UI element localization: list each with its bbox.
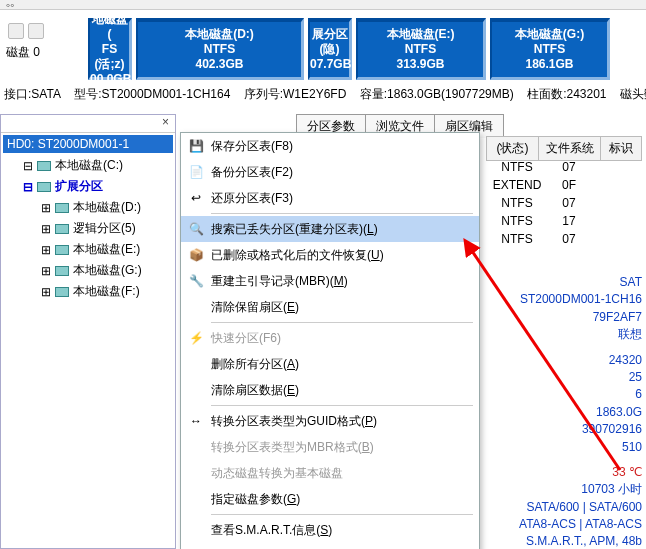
- volume-tile[interactable]: 地磁盘(FS (活;z)00.0GB: [88, 18, 132, 80]
- cell-fs: NTFS: [486, 230, 548, 248]
- expander-icon[interactable]: ⊞: [41, 222, 51, 236]
- table-row[interactable]: NTFS07: [486, 194, 642, 212]
- volume-strip: 地磁盘(FS (活;z)00.0GB本地磁盘(D:)NTFS402.3GB展分区…: [88, 18, 646, 80]
- table-row[interactable]: NTFS07: [486, 158, 642, 176]
- cell-id: 0F: [548, 176, 590, 194]
- menu-item[interactable]: ↩还原分区表(F3): [181, 185, 479, 211]
- menu-item: ⚡快速分区(F6): [181, 325, 479, 351]
- table-row[interactable]: NTFS17: [486, 212, 642, 230]
- volume-tile[interactable]: 本地磁盘(E:)NTFS313.9GB: [356, 18, 486, 80]
- volume-tile[interactable]: 本地磁盘(D:)NTFS402.3GB: [136, 18, 304, 80]
- tree-label: 本地磁盘(C:): [55, 157, 123, 174]
- tree-label: 本地磁盘(G:): [73, 262, 142, 279]
- info-a3: 79F2AF7: [482, 309, 642, 326]
- context-menu: 💾保存分区表(F8)📄备份分区表(F2)↩还原分区表(F3)🔍搜索已丢失分区(重…: [180, 132, 480, 549]
- menu-icon: 📦: [181, 248, 211, 262]
- menu-item[interactable]: 🔧重建主引导记录(MBR)(M): [181, 268, 479, 294]
- table-row[interactable]: NTFS07: [486, 230, 642, 248]
- menu-item[interactable]: 📦已删除或格式化后的文件恢复(U): [181, 242, 479, 268]
- tree-root[interactable]: HD0: ST2000DM001-1: [3, 135, 173, 153]
- expander-icon[interactable]: ⊟: [23, 180, 33, 194]
- menu-item: 转换分区表类型为MBR格式(B): [181, 434, 479, 460]
- info-cyl: 柱面数:243201: [527, 87, 606, 101]
- disk-icon: [55, 287, 69, 297]
- menu-label: 清除保留扇区(E): [211, 299, 299, 316]
- menu-item[interactable]: 清除保留扇区(E): [181, 294, 479, 320]
- close-tab-icon[interactable]: ×: [1, 115, 175, 133]
- disk-icon: [55, 266, 69, 276]
- menu-item[interactable]: ↔转换分区表类型为GUID格式(P): [181, 408, 479, 434]
- cell-id: 17: [548, 212, 590, 230]
- tree-label: 本地磁盘(D:): [73, 199, 141, 216]
- menu-icon: 🔧: [181, 274, 211, 288]
- table-row[interactable]: EXTEND0F: [486, 176, 642, 194]
- menu-icon: 💾: [181, 139, 211, 153]
- tree-label: 扩展分区: [55, 178, 103, 195]
- tree-label: 逻辑分区(5): [73, 220, 136, 237]
- expander-icon[interactable]: ⊞: [41, 243, 51, 257]
- menu-item[interactable]: ✖坏道检测与修复(Y): [181, 543, 479, 549]
- menu-icon: ↩: [181, 191, 211, 205]
- tree-label: 本地磁盘(F:): [73, 283, 140, 300]
- disk-info-bar: 接口:SATA 型号:ST2000DM001-1CH164 序列号:W1E2Y6…: [4, 86, 646, 104]
- menu-item[interactable]: 清除扇区数据(E): [181, 377, 479, 403]
- disk-label: 磁盘 0: [0, 44, 88, 68]
- menu-label: 清除扇区数据(E): [211, 382, 299, 399]
- expander-icon[interactable]: ⊞: [41, 201, 51, 215]
- menu-label: 指定磁盘参数(G): [211, 491, 300, 508]
- expander-icon[interactable]: ⊞: [41, 285, 51, 299]
- menu-label: 还原分区表(F3): [211, 190, 293, 207]
- menu-label: 备份分区表(F2): [211, 164, 293, 181]
- info-a4: 联想: [482, 326, 642, 343]
- tree-node[interactable]: ⊞本地磁盘(E:): [1, 239, 175, 260]
- cell-id: 07: [548, 230, 590, 248]
- menu-item[interactable]: 🔍搜索已丢失分区(重建分区表)(L): [181, 216, 479, 242]
- menu-item[interactable]: 💾保存分区表(F8): [181, 133, 479, 159]
- info-a1: SAT: [482, 274, 642, 291]
- tree-node[interactable]: ⊞本地磁盘(F:): [1, 281, 175, 302]
- info-serial: 序列号:W1E2Y6FD: [244, 87, 347, 101]
- expander-icon[interactable]: ⊟: [23, 159, 33, 173]
- menu-icon: 📄: [181, 165, 211, 179]
- cell-fs: NTFS: [486, 212, 548, 230]
- menu-item[interactable]: 查看S.M.A.R.T.信息(S): [181, 517, 479, 543]
- info-iface: 接口:SATA: [4, 87, 61, 101]
- volume-tile[interactable]: 本地磁盘(G:)NTFS186.1GB: [490, 18, 610, 80]
- info-b5: 390702916: [482, 421, 642, 438]
- info-c3: SATA/600 | SATA/600: [482, 499, 642, 516]
- cell-id: 07: [548, 158, 590, 176]
- menu-item[interactable]: 📄备份分区表(F2): [181, 159, 479, 185]
- menu-item[interactable]: 删除所有分区(A): [181, 351, 479, 377]
- menu-icon: 🔍: [181, 222, 211, 236]
- tree-node[interactable]: ⊞逻辑分区(5): [1, 218, 175, 239]
- expander-icon[interactable]: ⊞: [41, 264, 51, 278]
- info-b2: 25: [482, 369, 642, 386]
- info-model: 型号:ST2000DM001-1CH164: [74, 87, 230, 101]
- tree-node[interactable]: ⊞本地磁盘(D:): [1, 197, 175, 218]
- info-b3: 6: [482, 386, 642, 403]
- menu-label: 查看S.M.A.R.T.信息(S): [211, 522, 332, 539]
- left-toolbar: 磁盘 0: [0, 18, 88, 68]
- info-b4: 1863.0G: [482, 404, 642, 421]
- toolbar-button-2[interactable]: [28, 23, 44, 39]
- disk-icon: [37, 182, 51, 192]
- info-temp: 33 ℃: [482, 464, 642, 481]
- volume-tile[interactable]: 展分区(隐)07.7GB: [308, 18, 352, 80]
- info-c4: ATA8-ACS | ATA8-ACS: [482, 516, 642, 533]
- info-b1: 24320: [482, 352, 642, 369]
- tree-node[interactable]: ⊟扩展分区: [1, 176, 175, 197]
- disk-tree: × HD0: ST2000DM001-1 ⊟本地磁盘(C:)⊟扩展分区⊞本地磁盘…: [0, 114, 176, 549]
- toolbar-button-1[interactable]: [8, 23, 24, 39]
- disk-detail-block: SAT ST2000DM001-1CH16 79F2AF7 联想 24320 2…: [482, 274, 642, 549]
- menu-label: 转换分区表类型为GUID格式(P): [211, 413, 377, 430]
- menu-label: 保存分区表(F8): [211, 138, 293, 155]
- menu-item[interactable]: 指定磁盘参数(G): [181, 486, 479, 512]
- menu-label: 动态磁盘转换为基本磁盘: [211, 465, 343, 482]
- info-c5: S.M.A.R.T., APM, 48b: [482, 533, 642, 549]
- tree-node[interactable]: ⊟本地磁盘(C:): [1, 155, 175, 176]
- info-cap: 容量:1863.0GB(1907729MB): [360, 87, 514, 101]
- tree-node[interactable]: ⊞本地磁盘(G:): [1, 260, 175, 281]
- cell-fs: EXTEND: [486, 176, 548, 194]
- cell-fs: NTFS: [486, 158, 548, 176]
- disk-icon: [55, 245, 69, 255]
